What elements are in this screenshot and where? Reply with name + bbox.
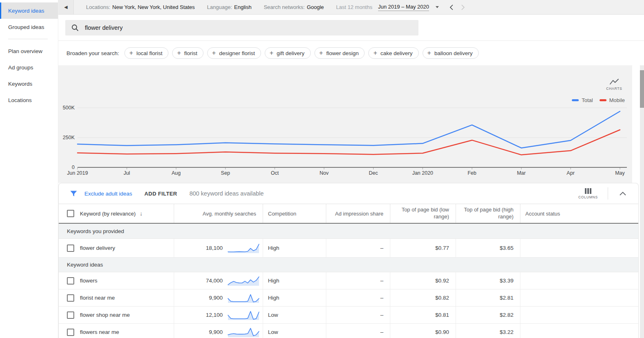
table-row[interactable]: flower delivery 18,100 High – $0.77 $3.6… — [59, 239, 638, 258]
columns-icon — [584, 188, 592, 194]
filter-bar: Exclude adult ideas ADD FILTER 800 keywo… — [59, 183, 638, 204]
caret-down-icon[interactable] — [436, 6, 439, 8]
previous-period-button[interactable] — [449, 4, 454, 10]
keyword-cell: flowers — [59, 272, 174, 289]
broaden-chip-local-florist[interactable]: +local florist — [124, 47, 168, 59]
column-header-account-status[interactable]: Account status — [520, 204, 638, 223]
broaden-chip-balloon-delivery[interactable]: +balloon delivery — [423, 47, 479, 59]
broaden-chip-cake-delivery[interactable]: +cake delivery — [368, 47, 418, 59]
avg-searches-value: 18,100 — [206, 245, 223, 251]
keyword-cell: flower delivery — [59, 239, 174, 257]
keyword-text: flowers near me — [80, 329, 119, 335]
ad-impression-share-cell: – — [326, 324, 390, 338]
search-input[interactable] — [84, 24, 371, 31]
select-all-checkbox[interactable] — [67, 210, 74, 217]
row-checkbox[interactable] — [67, 277, 74, 285]
chevron-up-icon — [620, 192, 626, 196]
settings-topbar: ◀ Locations: New York, New York, United … — [58, 0, 644, 15]
exclude-adult-ideas-link[interactable]: Exclude adult ideas — [84, 191, 132, 197]
search-networks-label: Search networks: — [264, 4, 305, 10]
column-header-top-of-page-bid-low[interactable]: Top of page bid (low range) — [390, 204, 456, 223]
vertical-scrollbar[interactable] — [640, 65, 644, 338]
keyword-planner-screen: Keyword ideas Grouped ideas Plan overvie… — [0, 0, 644, 338]
keyword-cell: flowers near me — [59, 324, 174, 338]
broaden-chip-designer-florist[interactable]: +designer florist — [207, 47, 261, 59]
column-header-label: Keyword (by relevance) — [80, 211, 136, 217]
column-header-keyword[interactable]: Keyword (by relevance) ↓ — [59, 204, 174, 223]
svg-text:Nov: Nov — [319, 170, 329, 176]
trend-chart: 0250K500KJun 2019JulAugSepOctNovDecJan 2… — [58, 65, 637, 181]
locations-label: Locations: — [86, 4, 110, 10]
column-header-avg-monthly-searches[interactable]: Avg. monthly searches — [174, 204, 263, 223]
sidebar-item-grouped-ideas[interactable]: Grouped ideas — [0, 19, 58, 35]
filter-funnel-icon — [70, 191, 77, 197]
collapse-table-button[interactable] — [618, 190, 628, 197]
section-title: Keywords you provided — [67, 228, 124, 234]
scrollbar-thumb[interactable] — [640, 70, 644, 108]
table-header-row: Keyword (by relevance) ↓ Avg. monthly se… — [59, 204, 638, 224]
chevron-right-icon — [461, 4, 465, 10]
sidebar-item-label: Keyword ideas — [8, 8, 44, 14]
table-row[interactable]: flowers near me 9,900 Low – $0.90 $3.22 — [59, 324, 638, 338]
row-checkbox[interactable] — [67, 311, 74, 319]
column-header-competition[interactable]: Competition — [263, 204, 326, 223]
columns-button[interactable]: COLUMNS — [578, 188, 598, 199]
ad-impression-share-cell: – — [326, 307, 390, 323]
sidebar-item-label: Plan overview — [8, 48, 42, 54]
language-setting[interactable]: Language: English — [207, 4, 252, 10]
trend-sparkline — [227, 242, 260, 254]
sidebar-item-locations[interactable]: Locations — [0, 92, 58, 108]
broaden-chip-flower-design[interactable]: +flower design — [314, 47, 365, 59]
competition-cell: High — [263, 289, 326, 306]
broaden-chip-florist[interactable]: +florist — [172, 47, 204, 59]
plus-icon: + — [212, 50, 216, 56]
section-title: Keyword ideas — [67, 262, 103, 268]
broaden-chip-gift-delivery[interactable]: +gift delivery — [265, 47, 311, 59]
account-status-cell — [520, 289, 638, 306]
language-value: English — [234, 4, 252, 10]
search-box[interactable] — [65, 20, 418, 36]
column-header-label: Avg. monthly searches — [203, 211, 256, 217]
section-header-keywords-you-provided: Keywords you provided — [59, 224, 638, 239]
column-header-ad-impression-share[interactable]: Ad impression share — [326, 204, 390, 223]
account-status-cell — [520, 307, 638, 323]
row-checkbox[interactable] — [67, 245, 74, 252]
chip-label: gift delivery — [277, 50, 304, 56]
chip-label: cake delivery — [381, 50, 413, 56]
table-row[interactable]: flowers 74,000 High – $0.92 $3.39 — [59, 272, 638, 289]
add-filter-button[interactable]: ADD FILTER — [144, 191, 177, 197]
table-row[interactable]: florist near me 9,900 High – $0.82 $2.81 — [59, 289, 638, 307]
table-row[interactable]: flower shop near me 12,100 Low – $0.81 $… — [59, 307, 638, 324]
column-header-label: Competition — [268, 211, 296, 217]
columns-button-label: COLUMNS — [578, 195, 598, 199]
sidebar-item-keywords[interactable]: Keywords — [0, 76, 58, 92]
next-period-button[interactable] — [461, 4, 465, 10]
svg-text:500K: 500K — [63, 105, 75, 111]
trend-sparkline — [227, 292, 260, 304]
keyword-text: flower shop near me — [80, 312, 130, 318]
locations-setting[interactable]: Locations: New York, New York, United St… — [86, 4, 195, 10]
row-checkbox[interactable] — [67, 329, 74, 336]
svg-text:Jan 2020: Jan 2020 — [412, 170, 433, 176]
keyword-cell: florist near me — [59, 289, 174, 306]
top-of-page-bid-low-cell: $0.90 — [390, 324, 456, 338]
search-networks-value: Google — [307, 4, 324, 10]
broaden-search-row: Broaden your search: +local florist +flo… — [58, 41, 644, 65]
sidebar-item-plan-overview[interactable]: Plan overview — [0, 43, 58, 59]
sidebar-item-ad-groups[interactable]: Ad groups — [0, 59, 58, 76]
chip-label: local florist — [136, 50, 162, 56]
chevron-left-icon — [449, 4, 454, 10]
date-range-dropdown[interactable]: Jun 2019 – May 2020 — [378, 4, 429, 11]
account-status-cell — [520, 324, 638, 338]
avg-searches-value: 9,900 — [209, 295, 223, 301]
svg-text:Sep: Sep — [221, 170, 230, 176]
competition-cell: High — [263, 239, 326, 257]
column-header-top-of-page-bid-high[interactable]: Top of page bid (high range) — [456, 204, 520, 223]
back-button[interactable]: ◀ — [58, 0, 74, 14]
row-checkbox[interactable] — [67, 294, 74, 302]
search-networks-setting[interactable]: Search networks: Google — [264, 4, 324, 10]
svg-text:Mar: Mar — [517, 170, 526, 176]
top-of-page-bid-low-cell: $0.77 — [390, 239, 456, 257]
sidebar-item-label: Grouped ideas — [8, 24, 44, 30]
sidebar-item-keyword-ideas[interactable]: Keyword ideas — [0, 2, 58, 19]
